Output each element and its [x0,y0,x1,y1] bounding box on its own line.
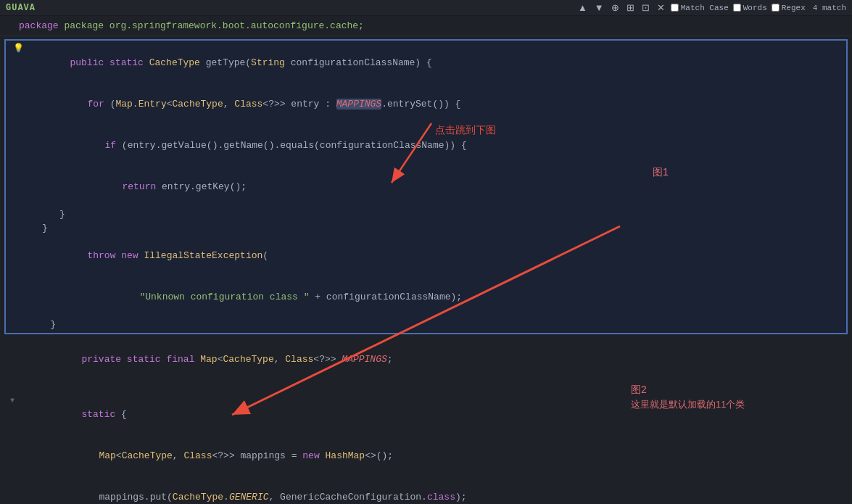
app-title: GUAVA [6,3,36,13]
code-line: private static final Map<CacheType, Clas… [0,339,852,380]
code-line: } [6,318,846,331]
words-option[interactable]: Words [733,4,767,12]
code-line: return entry.getKey(); [6,166,846,207]
code-line: if (entry.getValue().getName().equals(co… [6,125,846,166]
code-line [0,380,852,394]
regex-label: Regex [782,4,806,12]
settings-button[interactable]: ⊞ [625,2,636,13]
bottom-code-section: private static final Map<CacheType, Clas… [0,337,852,504]
regex-checkbox[interactable] [772,4,779,12]
code-line: "Unknown configuration class " + configu… [6,276,846,318]
code-line: ▼ static { [0,394,852,435]
code-line: Map<CacheType, Class<?>> mappings = new … [0,435,852,476]
words-label: Words [743,4,767,12]
code-line: mappings.put(CacheType.GENERIC, GenericC… [0,476,852,504]
toolbar: GUAVA ▲ ▼ ⊕ ⊞ ⊡ ✕ Match Case Words Regex… [0,0,852,16]
regex-option[interactable]: Regex [772,4,806,12]
code-line: for (Map.Entry<CacheType, Class<?>> entr… [6,83,846,125]
code-line-throw: throw new IllegalStateException( [6,235,846,276]
package-path: package org.springframework.boot.autocon… [64,20,363,31]
filter-button[interactable]: ⊡ [640,2,651,13]
fold-icon[interactable]: ▼ [10,394,15,408]
search-button[interactable]: ⊕ [610,2,621,13]
match-case-checkbox[interactable] [671,4,679,12]
nav-up-button[interactable]: ▲ [576,2,589,13]
bulb-icon[interactable]: 💡 [13,42,24,56]
words-checkbox[interactable] [733,4,741,12]
match-count: 4 match [813,4,846,12]
match-case-label: Match Case [681,4,729,12]
close-button[interactable]: ✕ [655,2,666,13]
package-keyword: package [19,20,64,31]
code-line: 💡 public static CacheType getType(String… [6,42,846,83]
package-line: package package org.springframework.boot… [0,16,852,36]
match-case-option[interactable]: Match Case [671,4,729,12]
selected-block: 💡 public static CacheType getType(String… [4,39,848,334]
code-line: } [6,207,846,221]
code-line: } [6,221,846,235]
code-area: package package org.springframework.boot… [0,16,852,504]
nav-down-button[interactable]: ▼ [593,2,605,13]
